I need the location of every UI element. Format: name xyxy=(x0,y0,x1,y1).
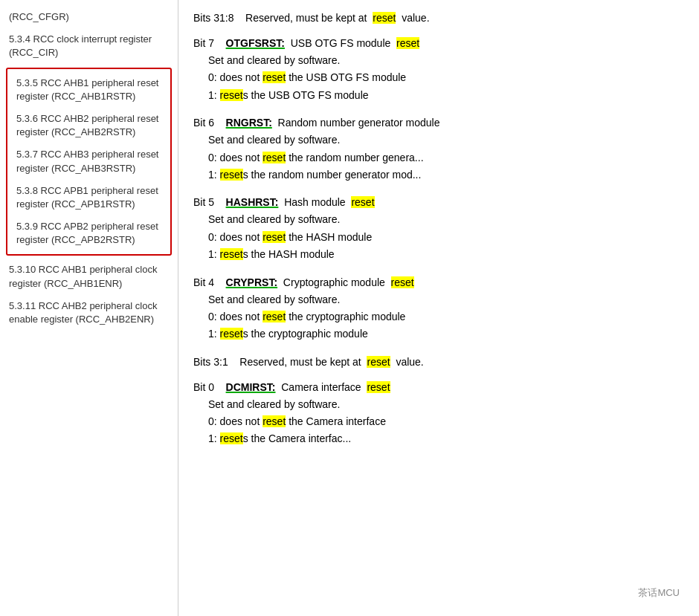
bit6-header: Bit 6 RNGRST: Random number generator mo… xyxy=(193,117,684,129)
bit0-desc-before: Camera interface xyxy=(281,381,361,393)
bit5-header: Bit 5 HASHRST: Hash module reset xyxy=(193,196,684,208)
bit7-desc: Set and cleared by software. 0: does not… xyxy=(193,52,684,103)
bit7-line0: Set and cleared by software. xyxy=(208,52,684,68)
bit6-label: Bit 6 xyxy=(193,117,214,129)
sidebar-grouped-reset-registers: 5.3.5 RCC AHB1 peripheral reset register… xyxy=(6,68,172,256)
bit0-line1: 0: does not reset the Camera interface xyxy=(208,413,684,429)
bit5-name: HASHRST: xyxy=(226,196,279,208)
watermark: 茶话MCU xyxy=(634,585,684,601)
bit6-desc-before: Random number generator module xyxy=(278,117,440,129)
bits-31-label: Bits 3:1 xyxy=(193,356,228,368)
bit4-line2: 1: resets the cryptographic module xyxy=(208,325,684,342)
bit0-name: DCMIRST: xyxy=(226,381,276,393)
main-content: Bits 31:8 Reserved, must be kept at rese… xyxy=(178,0,699,616)
bit7-header: Bit 7 OTGFSRST: USB OTG FS module reset xyxy=(193,37,684,49)
bits-31-entry: Bits 3:1 Reserved, must be kept at reset… xyxy=(193,356,684,368)
bit6-entry: Bit 6 RNGRST: Random number generator mo… xyxy=(193,117,684,183)
bit7-label: Bit 7 xyxy=(193,37,214,49)
sidebar-item-rcc-ahb1rstr[interactable]: 5.3.5 RCC AHB1 peripheral reset register… xyxy=(13,72,164,108)
bit4-label: Bit 4 xyxy=(193,276,214,288)
sidebar-item-rcc-ahb2rstr[interactable]: 5.3.6 RCC AHB2 peripheral reset register… xyxy=(13,108,164,143)
bit5-label: Bit 5 xyxy=(193,196,214,208)
bits-3108-text2: value. xyxy=(402,12,429,24)
bit7-line1: 0: does not reset the USB OTG FS module xyxy=(208,69,684,85)
bit4-line1: 0: does not reset the cryptographic modu… xyxy=(208,308,684,325)
bits-31-header: Bits 3:1 Reserved, must be kept at reset… xyxy=(193,356,684,368)
bits-3108-highlight: reset xyxy=(373,12,396,24)
sidebar: (RCC_CFGR) 5.3.4 RCC clock interrupt reg… xyxy=(0,0,178,616)
bits-31-text: Reserved, must be kept at xyxy=(239,356,361,368)
bit0-highlight: reset xyxy=(367,381,390,393)
bit6-line1: 0: does not reset the random number gene… xyxy=(208,149,684,166)
bit6-line2: 1: resets the random number generator mo… xyxy=(208,166,684,183)
bit5-line0: Set and cleared by software. xyxy=(208,211,684,227)
bits-3108-entry: Bits 31:8 Reserved, must be kept at rese… xyxy=(193,12,684,24)
bit0-desc: Set and cleared by software. 0: does not… xyxy=(193,396,684,447)
sidebar-item-rcc-ahb3rstr[interactable]: 5.3.7 RCC AHB3 peripheral reset register… xyxy=(13,143,164,179)
sidebar-item-rcc-ahb2enr[interactable]: 5.3.11 RCC AHB2 peripheral clock enable … xyxy=(0,295,178,331)
bit6-desc: Set and cleared by software. 0: does not… xyxy=(193,132,684,183)
bit6-name: RNGRST: xyxy=(226,117,272,129)
sidebar-item-rcc-apb2rstr[interactable]: 5.3.9 RCC APB2 peripheral reset register… xyxy=(13,215,164,251)
bit7-entry: Bit 7 OTGFSRST: USB OTG FS module reset … xyxy=(193,37,684,103)
bit0-entry: Bit 0 DCMIRST: Camera interface reset Se… xyxy=(193,381,684,447)
sidebar-item-rcc-cir[interactable]: 5.3.4 RCC clock interrupt register (RCC_… xyxy=(0,28,178,64)
sidebar-item-rcc-cfgr[interactable]: (RCC_CFGR) xyxy=(0,6,178,28)
bit7-line2: 1: resets the USB OTG FS module xyxy=(208,87,684,103)
bit7-highlight: reset xyxy=(396,37,419,49)
bit0-line0: Set and cleared by software. xyxy=(208,396,684,412)
sidebar-item-rcc-ahb1enr[interactable]: 5.3.10 RCC AHB1 peripheral clock registe… xyxy=(0,259,178,294)
sidebar-item-rcc-apb1rstr[interactable]: 5.3.8 RCC APB1 peripheral reset register… xyxy=(13,180,164,215)
bits-3108-text: Reserved, must be kept at xyxy=(245,12,367,24)
bit5-desc-before: Hash module xyxy=(284,196,346,208)
bit0-header: Bit 0 DCMIRST: Camera interface reset xyxy=(193,381,684,393)
bit5-line2: 1: resets the HASH module xyxy=(208,246,684,262)
bit5-desc: Set and cleared by software. 0: does not… xyxy=(193,211,684,262)
bit7-desc-before: USB OTG FS module xyxy=(291,37,391,49)
bits-3108-header: Bits 31:8 Reserved, must be kept at rese… xyxy=(193,12,684,24)
bits-3108-label: Bits 31:8 xyxy=(193,12,233,24)
bit7-name: OTGFSRST: xyxy=(226,37,285,49)
bits-31-text2: value. xyxy=(396,356,423,368)
bit4-header: Bit 4 CRYPRST: Cryptographic module rese… xyxy=(193,276,684,288)
bit5-line1: 0: does not reset the HASH module xyxy=(208,229,684,245)
bits-31-highlight: reset xyxy=(367,356,390,368)
bit6-line0: Set and cleared by software. xyxy=(208,132,684,148)
bit5-highlight: reset xyxy=(351,196,374,208)
bit4-entry: Bit 4 CRYPRST: Cryptographic module rese… xyxy=(193,276,684,343)
bit0-line2: 1: resets the Camera interfac... xyxy=(208,430,684,447)
bit0-label: Bit 0 xyxy=(193,381,214,393)
bit4-name: CRYPRST: xyxy=(226,276,278,288)
bit5-entry: Bit 5 HASHRST: Hash module reset Set and… xyxy=(193,196,684,262)
bit4-desc: Set and cleared by software. 0: does not… xyxy=(193,291,684,343)
bit4-highlight: reset xyxy=(391,276,414,288)
bit4-desc-before: Cryptographic module xyxy=(283,276,385,288)
bit4-line0: Set and cleared by software. xyxy=(208,291,684,308)
